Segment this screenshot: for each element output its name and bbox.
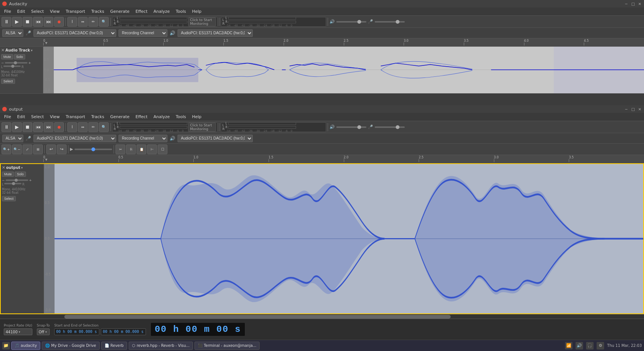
track-1-menu[interactable]: ▾	[31, 49, 33, 52]
track-2-close[interactable]: ✕	[2, 165, 5, 170]
close-btn[interactable]: ✕	[637, 2, 642, 6]
output-window-controls[interactable]: − □ ✕	[624, 107, 642, 111]
zoom-in-btn[interactable]: 🔍+	[2, 144, 11, 154]
record-button[interactable]: ●	[54, 17, 64, 27]
menu-view[interactable]: View	[47, 8, 62, 15]
settings-icon[interactable]: ⚙	[597, 342, 604, 349]
driver-select[interactable]: ALSA	[2, 29, 23, 37]
paste-btn[interactable]: 📋	[137, 144, 146, 154]
stop-button[interactable]: ⏹	[23, 17, 32, 27]
output-monitoring-button[interactable]: Click to Start Monitoring	[188, 123, 216, 132]
output-input-vu[interactable]: LR L R -54-48-42-36-30-24-18-12-60 Click…	[112, 122, 217, 132]
selection-start-input[interactable]: 00 h 00 m 00.000 s	[54, 328, 99, 335]
redo-btn[interactable]: ↪	[57, 144, 67, 154]
track-2-select[interactable]: Select	[2, 196, 16, 201]
track-1-mute[interactable]: Mute	[1, 54, 13, 59]
menu-file[interactable]: File	[2, 8, 14, 15]
output-input-device-select[interactable]: AudioPCI: ES1371 DAC2/ADC (hw:0,0)	[33, 135, 116, 142]
output-record-button[interactable]: ●	[54, 122, 64, 132]
output-vu-meter[interactable]: LR L R -54-48-42-36-30-24-18-12-60	[221, 17, 326, 27]
output-menu-view[interactable]: View	[47, 114, 62, 120]
output-menu-edit[interactable]: Edit	[14, 114, 27, 120]
window-controls[interactable]: − □ ✕	[624, 2, 642, 6]
output-pause-button[interactable]: ⏸	[2, 122, 11, 132]
zoom-tool[interactable]: 🔍	[99, 17, 109, 27]
track-2-menu[interactable]: ▾	[21, 166, 23, 170]
menu-transport[interactable]: Transport	[63, 8, 88, 15]
recording-channel-select[interactable]: Recording Channel	[118, 29, 167, 37]
track-1-close[interactable]: ✕	[1, 48, 5, 53]
menu-edit[interactable]: Edit	[14, 8, 27, 15]
output-envelope-tool[interactable]: ⇔	[78, 122, 88, 132]
playhead[interactable]: ▾	[45, 40, 47, 46]
pause-button[interactable]: ⏸	[2, 17, 11, 27]
output-menu-tools[interactable]: Tools	[173, 114, 188, 120]
scrollbar-thumb[interactable]	[64, 315, 451, 319]
maximize-btn[interactable]: □	[630, 2, 636, 6]
track-2-waveform[interactable]: 1.0 0.5 0.0 -0.5 -1.0	[44, 164, 643, 313]
output-play-button[interactable]: ▶	[12, 122, 22, 132]
track-2-solo[interactable]: Solo	[15, 172, 26, 177]
monitoring-button[interactable]: Click to Start Monitoring	[188, 17, 216, 26]
output-draw-tool[interactable]: ✏	[88, 122, 98, 132]
undo-btn[interactable]: ↩	[46, 144, 56, 154]
output-menu-select[interactable]: Select	[29, 114, 47, 120]
zoom-out-btn[interactable]: 🔍−	[12, 144, 22, 154]
headphone-icon[interactable]: 🎧	[586, 342, 594, 349]
menu-help[interactable]: Help	[189, 8, 204, 15]
menu-tools[interactable]: Tools	[173, 8, 188, 15]
output-device-select[interactable]: AudioPCI: ES1371 DAC2/ADC (hw:0,0)	[178, 29, 253, 37]
track-1-waveform[interactable]: 1.0 0.5 0.0 -0.5 -1.0	[43, 47, 644, 93]
taskbar-terminal[interactable]: ⬛ Terminal - auxeon@manja...	[194, 342, 260, 350]
zoom-fit-btn[interactable]: ⤢	[23, 144, 32, 154]
taskbar-reverb-hpp[interactable]: ⬡ reverb.hpp - Reverb - Visu...	[129, 342, 193, 350]
track-1-solo[interactable]: Solo	[14, 54, 25, 59]
output-menu-help[interactable]: Help	[189, 114, 204, 120]
output-prev-button[interactable]: ⏮	[33, 122, 43, 132]
draw-tool[interactable]: ✏	[88, 17, 98, 27]
trim-btn[interactable]: ⊢	[147, 144, 157, 154]
input-device-select[interactable]: AudioPCI: ES1371 DAC2/ADC (hw:0,0)	[33, 29, 116, 37]
output-maximize-btn[interactable]: □	[630, 107, 636, 111]
silence-btn[interactable]: ☐	[158, 144, 167, 154]
taskbar-reverb[interactable]: 📄 Reverb	[101, 342, 127, 350]
next-button[interactable]: ⏭	[44, 17, 53, 27]
taskbar-files-icon[interactable]: 📁	[2, 342, 10, 349]
menu-analyze[interactable]: Analyze	[151, 8, 172, 15]
project-rate-select[interactable]: 44100 ▾	[4, 328, 32, 335]
copy-btn[interactable]: ⎘	[126, 144, 136, 154]
output-next-button[interactable]: ⏭	[44, 122, 53, 132]
prev-button[interactable]: ⏮	[33, 17, 43, 27]
input-vu-meter[interactable]: LR L R -54-48-42-3	[112, 17, 217, 27]
output-close-btn[interactable]: ✕	[637, 107, 642, 111]
play-button[interactable]: ▶	[12, 17, 22, 27]
taskbar-google-drive[interactable]: 🌐 My Drive - Google Drive	[42, 342, 99, 350]
minimize-btn[interactable]: −	[624, 2, 629, 6]
output-menu-tracks[interactable]: Tracks	[88, 114, 107, 120]
snap-to-select[interactable]: Off ▾	[37, 328, 50, 335]
volume-taskbar-icon[interactable]: 🔊	[576, 342, 583, 349]
output-menu-transport[interactable]: Transport	[63, 114, 88, 120]
output-driver-select[interactable]: ALSA	[2, 135, 23, 142]
menu-tracks[interactable]: Tracks	[88, 8, 107, 15]
zoom-sel-btn[interactable]: ⊞	[33, 144, 43, 154]
track-2-mute[interactable]: Mute	[2, 172, 14, 177]
output-stop-button[interactable]: ⏹	[23, 122, 32, 132]
output-minimize-btn[interactable]: −	[624, 107, 629, 111]
output-menu-generate[interactable]: Generate	[108, 114, 132, 120]
menu-select[interactable]: Select	[29, 8, 47, 15]
output-menu-file[interactable]: File	[2, 114, 14, 120]
output-output-device-select[interactable]: AudioPCI: ES1371 DAC2/ADC (hw:0,0)	[178, 135, 253, 142]
output-playhead[interactable]: ▾	[45, 157, 47, 162]
output-output-vu[interactable]: LR L R -54-48-42-36-30-24-18-12-60	[221, 122, 326, 132]
taskbar-audacity[interactable]: 🎵 audacity	[11, 342, 40, 350]
output-recording-channel-select[interactable]: Recording Channel	[118, 135, 167, 142]
menu-generate[interactable]: Generate	[108, 8, 132, 15]
select-tool[interactable]: I	[67, 17, 77, 27]
horizontal-scrollbar[interactable]	[0, 314, 644, 319]
selection-end-input[interactable]: 00 h 00 m 00.000 s	[101, 328, 146, 335]
output-zoom-tool[interactable]: 🔍	[99, 122, 109, 132]
network-icon[interactable]: 📶	[565, 342, 573, 349]
menu-effect[interactable]: Effect	[133, 8, 150, 15]
output-menu-analyze[interactable]: Analyze	[151, 114, 172, 120]
